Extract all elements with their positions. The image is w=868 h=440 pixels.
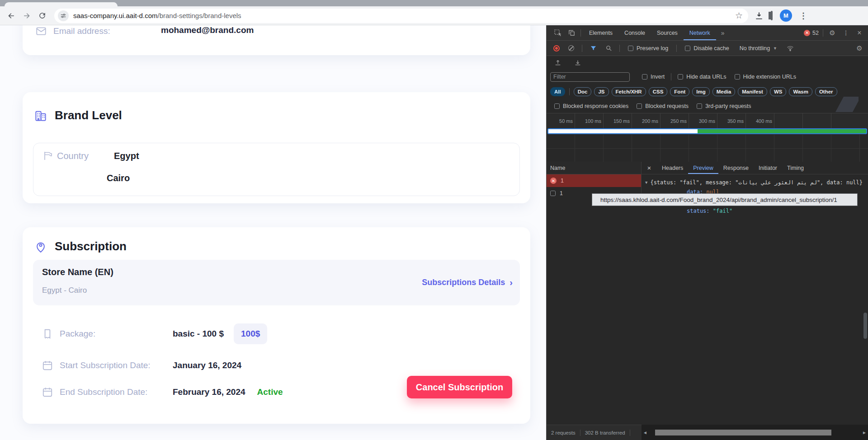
json-summary-line[interactable]: ▼{status: "fail", message: "لم يتم العثو… <box>642 178 863 187</box>
timeline-ruler[interactable]: 50 ms 100 ms 150 ms 200 ms 250 ms 300 ms… <box>547 113 868 128</box>
bookmark-star-icon[interactable]: ☆ <box>735 11 743 20</box>
back-icon <box>7 11 16 20</box>
hide-data-urls-checkbox[interactable]: Hide data URLs <box>674 74 730 80</box>
third-party-requests-checkbox[interactable]: 3rd-party requests <box>693 103 755 109</box>
scroll-left-arrow-icon[interactable]: ◄ <box>642 430 649 435</box>
package-row: Package: basic - 100 $ 100$ <box>42 323 267 345</box>
divider <box>569 88 570 95</box>
tab-headers[interactable]: Headers <box>657 162 688 174</box>
export-har-icon[interactable] <box>571 56 585 70</box>
divider <box>580 430 580 436</box>
country-row: Country Egypt <box>42 150 139 161</box>
side-panel-icon <box>771 11 773 20</box>
reload-button[interactable] <box>34 8 50 23</box>
address-bar[interactable]: saas-company.ui.aait-d.com/brand-setting… <box>54 9 748 23</box>
divider <box>580 29 581 37</box>
calendar-icon <box>42 360 53 371</box>
error-count: 52 <box>812 30 819 36</box>
scroll-right-arrow-icon[interactable]: ► <box>861 430 868 435</box>
more-tabs-icon[interactable]: » <box>716 25 730 40</box>
tab-timing[interactable]: Timing <box>782 162 809 174</box>
disable-cache-checkbox[interactable]: Disable cache <box>681 45 733 51</box>
error-count-badge[interactable]: ✕ 52 <box>804 30 819 36</box>
invert-checkbox[interactable]: Invert <box>638 74 669 80</box>
tick-label: 400 ms <box>746 113 774 128</box>
tab-network[interactable]: Network <box>684 25 716 40</box>
brand-level-header: Brand Level <box>34 108 122 122</box>
divider <box>823 29 823 37</box>
chip-doc[interactable]: Doc <box>574 87 592 96</box>
record-network-log-icon[interactable] <box>553 45 560 51</box>
package-price-badge[interactable]: 100$ <box>234 323 267 344</box>
cancel-subscription-button[interactable]: Cancel Subscription <box>407 376 512 398</box>
transferred-size: 302 B transferred <box>585 430 625 435</box>
vertical-scrollbar-thumb[interactable] <box>863 313 867 339</box>
tab-preview[interactable]: Preview <box>688 162 718 174</box>
clear-network-log-icon[interactable] <box>568 45 574 51</box>
package-value: basic - 100 $ <box>173 329 224 339</box>
search-icon[interactable] <box>602 41 615 56</box>
checkbox-icon[interactable] <box>550 191 556 196</box>
tab-elements[interactable]: Elements <box>583 25 618 40</box>
tab-initiator[interactable]: Initiator <box>754 162 782 174</box>
chip-ws[interactable]: WS <box>770 87 787 96</box>
chip-media[interactable]: Media <box>712 87 736 96</box>
email-value: mohamed@brand.com <box>161 25 254 35</box>
end-date-label: End Subscription Date: <box>60 387 173 397</box>
horizontal-scrollbar[interactable]: ◄ ► <box>642 425 868 440</box>
network-conditions-icon[interactable] <box>783 41 797 56</box>
device-toolbar-icon[interactable] <box>565 25 578 40</box>
tab-sources[interactable]: Sources <box>651 25 684 40</box>
devtools-tabbar: Elements Console Sources Network » ✕ 52 … <box>547 25 868 41</box>
chip-css[interactable]: CSS <box>649 87 668 96</box>
checkbox-icon <box>735 74 740 80</box>
tab-response[interactable]: Response <box>718 162 754 174</box>
hide-extension-urls-checkbox[interactable]: Hide extension URLs <box>731 74 800 80</box>
expander-triangle-icon[interactable]: ▼ <box>645 178 647 187</box>
tick-label <box>774 113 803 128</box>
request-row-error[interactable]: ✕ 1 <box>547 174 642 187</box>
horizontal-scrollbar-thumb[interactable] <box>655 430 831 435</box>
chip-js[interactable]: JS <box>594 87 609 96</box>
devtools-panel: Elements Console Sources Network » ✕ 52 … <box>546 25 868 440</box>
devtools-settings-gear-icon[interactable]: ⚙ <box>826 25 839 40</box>
subscription-header: Subscription <box>34 239 127 253</box>
filter-funnel-icon[interactable] <box>586 41 600 56</box>
active-tab-top[interactable] <box>5 2 118 6</box>
throttling-dropdown[interactable]: No throttling ▼ <box>735 45 782 51</box>
network-filter-input[interactable] <box>550 72 630 82</box>
devtools-menu-icon[interactable]: ⋮ <box>839 25 853 40</box>
download-button[interactable] <box>755 11 764 20</box>
preserve-log-checkbox[interactable]: Preserve log <box>624 45 672 51</box>
site-settings-icon[interactable] <box>58 10 69 21</box>
url-text[interactable]: saas-company.ui.aait-d.com/brand-setting… <box>73 12 735 19</box>
close-detail-icon[interactable]: × <box>642 164 657 172</box>
subscriptions-details-link[interactable]: Subscriptions Details › <box>422 260 513 305</box>
overview-finished-segment <box>698 129 866 133</box>
chip-font[interactable]: Font <box>670 87 689 96</box>
chip-manifest[interactable]: Manifest <box>738 87 767 96</box>
divider <box>671 73 671 80</box>
chip-wasm[interactable]: Wasm <box>789 87 812 96</box>
tab-console[interactable]: Console <box>618 25 651 40</box>
contact-card: Email address: mohamed@brand.com <box>23 25 530 55</box>
import-har-icon[interactable] <box>551 56 565 70</box>
profile-avatar[interactable]: M <box>780 9 792 22</box>
network-overview-bar[interactable] <box>547 128 867 134</box>
devtools-close-icon[interactable]: × <box>853 25 866 40</box>
chip-all[interactable]: All <box>550 87 565 96</box>
inspect-element-icon[interactable] <box>551 25 565 40</box>
browser-menu-button[interactable]: ⋮ <box>799 11 807 21</box>
timeline-grid-area[interactable] <box>547 135 868 162</box>
blocked-requests-checkbox[interactable]: Blocked requests <box>632 103 693 109</box>
side-panel-button[interactable] <box>771 12 773 20</box>
blocked-response-cookies-checkbox[interactable]: Blocked response cookies <box>550 103 632 109</box>
forward-button[interactable] <box>19 8 34 23</box>
back-button[interactable] <box>4 8 19 23</box>
requests-name-header[interactable]: Name <box>547 162 642 174</box>
chip-fetch-xhr[interactable]: Fetch/XHR <box>612 87 646 96</box>
chip-img[interactable]: Img <box>692 87 709 96</box>
tick-label: 250 ms <box>660 113 689 128</box>
network-settings-gear-icon[interactable]: ⚙ <box>853 41 866 56</box>
start-date-value: January 16, 2024 <box>173 360 241 370</box>
